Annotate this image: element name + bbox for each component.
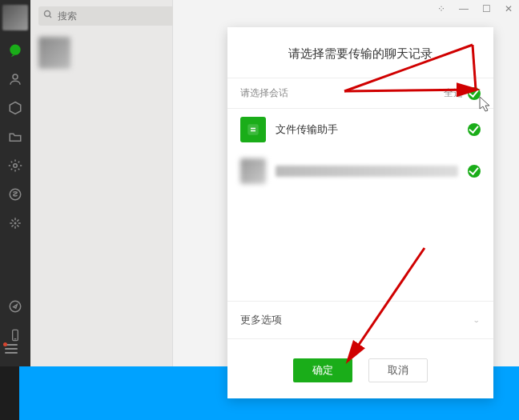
check-icon xyxy=(468,123,481,136)
conversation-item[interactable] xyxy=(227,150,493,192)
phone-icon[interactable] xyxy=(6,326,24,344)
user-avatar[interactable] xyxy=(2,5,28,30)
chevron-down-icon: ⌄ xyxy=(473,316,481,324)
select-all-label: 全选 xyxy=(444,86,463,100)
section-label: 请选择会话 xyxy=(240,86,288,100)
avatar-blurred xyxy=(240,158,266,184)
svg-rect-10 xyxy=(248,125,258,134)
files-icon[interactable] xyxy=(6,128,24,146)
more-options-label: 更多选项 xyxy=(240,313,282,327)
cancel-button[interactable]: 取消 xyxy=(368,358,428,382)
moments-icon[interactable] xyxy=(6,214,24,232)
search-icon xyxy=(43,10,53,22)
confirm-button[interactable]: 确定 xyxy=(293,358,352,382)
window-controls: ⁘ — ☐ ✕ xyxy=(436,3,514,14)
check-icon xyxy=(468,165,481,178)
conversation-list: 文件传输助手 xyxy=(227,109,493,192)
discover-icon[interactable] xyxy=(6,298,24,315)
svg-point-8 xyxy=(45,11,50,17)
svg-point-2 xyxy=(14,164,18,168)
contacts-icon[interactable] xyxy=(6,70,24,88)
svg-point-1 xyxy=(13,74,18,79)
chat-list-item[interactable] xyxy=(38,37,70,69)
modal-title: 请选择需要传输的聊天记录 xyxy=(227,27,493,78)
favorites-icon[interactable] xyxy=(6,99,24,117)
close-icon[interactable]: ✕ xyxy=(503,3,514,14)
conversation-item[interactable]: 文件传输助手 xyxy=(227,109,493,150)
more-options-row[interactable]: 更多选项 ⌄ xyxy=(227,301,493,339)
check-icon xyxy=(468,87,481,100)
notification-dot xyxy=(3,342,7,346)
button-row: 确定 取消 xyxy=(227,339,493,398)
svg-point-4 xyxy=(14,222,16,224)
svg-line-9 xyxy=(50,16,52,18)
chat-list-panel: ＋ xyxy=(30,0,173,366)
settings-icon[interactable] xyxy=(6,157,24,174)
select-all-toggle[interactable]: 全选 xyxy=(444,86,481,100)
transfer-modal: 请选择需要传输的聊天记录 请选择会话 全选 文件传输助手 更多选项 ⌄ 确定 取… xyxy=(227,27,493,398)
section-header: 请选择会话 全选 xyxy=(227,78,493,109)
miniprogram-icon[interactable] xyxy=(6,186,24,203)
pin-icon[interactable]: ⁘ xyxy=(436,3,447,14)
search-input[interactable] xyxy=(38,6,184,26)
svg-point-0 xyxy=(10,45,20,55)
chat-icon[interactable] xyxy=(6,42,24,59)
conversation-name-blurred xyxy=(276,166,458,177)
file-transfer-icon xyxy=(240,117,266,142)
conversation-name: 文件传输助手 xyxy=(276,122,458,137)
nav-sidebar xyxy=(0,0,30,366)
minimize-icon[interactable]: — xyxy=(458,3,469,14)
maximize-icon[interactable]: ☐ xyxy=(481,3,492,14)
